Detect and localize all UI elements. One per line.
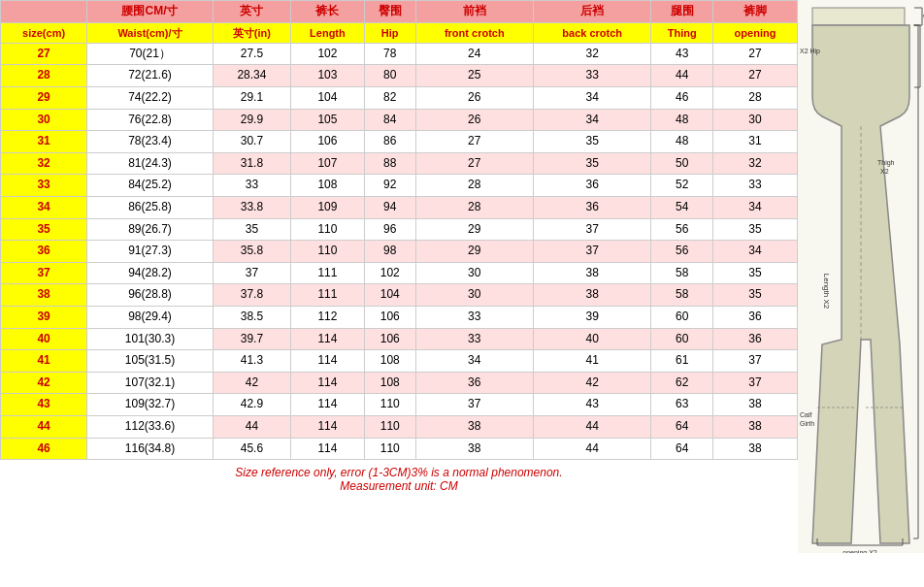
table-cell: 38	[415, 438, 533, 460]
table-cell: 50	[651, 152, 713, 175]
table-cell: 32	[713, 152, 798, 175]
table-cell: 108	[364, 372, 415, 394]
table-cell: 25	[415, 65, 533, 87]
table-cell: 110	[291, 218, 365, 241]
table-cell: 37	[1, 262, 87, 284]
header-inches: 英寸	[213, 1, 290, 23]
table-cell: 37	[534, 218, 651, 241]
table-cell: 58	[651, 284, 713, 307]
table-cell: 41.3	[213, 350, 290, 373]
table-cell: 56	[651, 241, 713, 263]
table-cell: 30.7	[213, 131, 290, 153]
table-cell: 34	[534, 109, 651, 131]
table-cell: 36	[1, 241, 87, 263]
table-cell: 58	[651, 262, 713, 284]
header-length-label: Length	[291, 22, 365, 43]
table-cell: 48	[651, 131, 713, 153]
table-cell: 36	[415, 372, 533, 394]
table-cell: 72(21.6)	[87, 65, 214, 87]
table-cell: 105	[291, 109, 365, 131]
table-cell: 42	[213, 372, 290, 394]
table-cell: 110	[364, 438, 415, 460]
table-cell: 38	[713, 438, 798, 460]
table-cell: 28.34	[213, 65, 290, 87]
table-cell: 34	[713, 241, 798, 263]
table-row: 3794(28.2)3711110230385835	[1, 262, 798, 284]
table-cell: 32	[534, 43, 651, 65]
table-cell: 36	[713, 307, 798, 329]
table-cell: 33	[534, 65, 651, 87]
table-row: 41105(31.5)41.311410834416137	[1, 350, 798, 373]
table-cell: 28	[415, 175, 533, 197]
table-cell: 46	[651, 87, 713, 110]
table-cell: 35	[713, 284, 798, 307]
table-row: 3691(27.3)35.81109829375634	[1, 241, 798, 263]
table-cell: 45.6	[213, 438, 290, 460]
table-cell: 60	[651, 328, 713, 350]
table-row: 3486(25.8)33.81099428365434	[1, 197, 798, 219]
table-row: 46116(34.8)45.611411038446438	[1, 438, 798, 460]
table-cell: 28	[713, 87, 798, 110]
pants-diagram: waist X2 X2 Hip Thigh X2 Length X2 Calf …	[798, 0, 924, 553]
table-cell: 88	[364, 152, 415, 175]
table-cell: 33	[415, 307, 533, 329]
table-cell: 37	[713, 372, 798, 394]
table-cell: 30	[415, 262, 533, 284]
table-row: 3896(28.8)37.811110430385835	[1, 284, 798, 307]
header-opening: 裤脚	[713, 1, 798, 23]
table-cell: 33	[713, 175, 798, 197]
table-cell: 89(26.7)	[87, 218, 214, 241]
svg-text:Length X2: Length X2	[822, 274, 831, 310]
table-cell: 74(22.2)	[87, 87, 214, 110]
table-row: 3589(26.7)351109629375635	[1, 218, 798, 241]
table-cell: 114	[291, 372, 365, 394]
table-cell: 29	[415, 218, 533, 241]
table-cell: 38	[415, 415, 533, 438]
table-cell: 27	[415, 152, 533, 175]
table-row: 3281(24.3)31.81078827355032	[1, 152, 798, 175]
table-cell: 46	[1, 438, 87, 460]
table-cell: 43	[1, 394, 87, 416]
table-cell: 54	[651, 197, 713, 219]
table-cell: 61	[651, 350, 713, 373]
table-cell: 64	[651, 415, 713, 438]
table-cell: 30	[415, 284, 533, 307]
table-cell: 28	[1, 65, 87, 87]
table-row: 3178(23.4)30.71068627354831	[1, 131, 798, 153]
table-cell: 29.1	[213, 87, 290, 110]
table-cell: 44	[651, 65, 713, 87]
table-cell: 39	[1, 307, 87, 329]
table-cell: 110	[364, 415, 415, 438]
table-cell: 56	[651, 218, 713, 241]
table-cell: 105(31.5)	[87, 350, 214, 373]
table-cell: 91(27.3)	[87, 241, 214, 263]
table-cell: 109	[291, 197, 365, 219]
table-cell: 28	[415, 197, 533, 219]
table-cell: 37	[213, 262, 290, 284]
table-cell: 102	[291, 43, 365, 65]
table-cell: 107(32.1)	[87, 372, 214, 394]
table-cell: 64	[651, 438, 713, 460]
table-cell: 38	[713, 394, 798, 416]
table-cell: 39.7	[213, 328, 290, 350]
table-cell: 33	[213, 175, 290, 197]
table-cell: 106	[364, 328, 415, 350]
svg-text:X2 Hip: X2 Hip	[800, 48, 820, 55]
table-cell: 116(34.8)	[87, 438, 214, 460]
header-hip: 臀围	[364, 1, 415, 23]
table-cell: 35	[213, 218, 290, 241]
header-row-2: size(cm) Waist(cm)/寸 英寸(in) Length Hip f…	[1, 22, 798, 43]
table-row: 3998(29.4)38.511210633396036	[1, 307, 798, 329]
table-cell: 81(24.3)	[87, 152, 214, 175]
header-opening-label: opening	[713, 22, 798, 43]
header-length: 裤长	[291, 1, 365, 23]
table-cell: 43	[534, 394, 651, 416]
table-cell: 103	[291, 65, 365, 87]
table-cell: 35	[713, 262, 798, 284]
header-front-label: front crotch	[415, 22, 533, 43]
header-thing-label: Thing	[651, 22, 713, 43]
table-row: 3384(25.2)331089228365233	[1, 175, 798, 197]
table-body: 2770(21）27.510278243243272872(21.6)28.34…	[1, 43, 798, 459]
table-cell: 37	[415, 394, 533, 416]
table-cell: 108	[364, 350, 415, 373]
